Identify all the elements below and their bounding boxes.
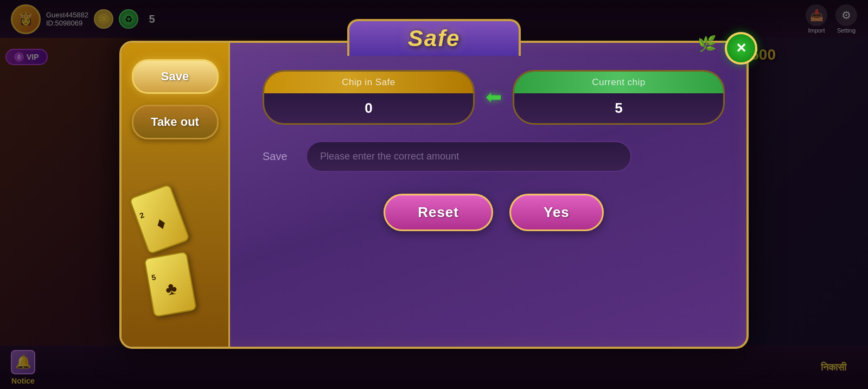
close-button[interactable]: ✕	[725, 32, 757, 65]
save-sidebar-button[interactable]: Save	[132, 59, 219, 94]
chip-row: Chip in Safe 0 ⬅ Current chip 5	[263, 70, 725, 125]
reset-button[interactable]: Reset	[384, 194, 493, 231]
modal-overlay: Safe ✕ 🌿 Save Take out 2 ♦ 5 ♣	[0, 0, 868, 389]
transfer-arrow-icon: ⬅	[486, 86, 502, 109]
safe-modal: Safe ✕ 🌿 Save Take out 2 ♦ 5 ♣	[119, 41, 749, 349]
save-input[interactable]	[306, 141, 631, 172]
take-out-sidebar-button[interactable]: Take out	[132, 105, 219, 139]
current-chip-display: Current chip 5	[513, 70, 725, 125]
modal-title: Safe	[408, 25, 461, 51]
chip-in-safe-label: Chip in Safe	[264, 72, 473, 93]
modal-content: Chip in Safe 0 ⬅ Current chip 5 Save Res…	[230, 43, 746, 347]
chip-in-safe-value: 0	[264, 93, 473, 123]
playing-card-5: 5 ♣	[144, 251, 197, 317]
save-field-label: Save	[263, 150, 295, 163]
yes-button[interactable]: Yes	[509, 194, 604, 231]
chip-in-safe-display: Chip in Safe 0	[263, 70, 475, 125]
action-buttons: Reset Yes	[263, 194, 725, 231]
modal-sidebar: Save Take out 2 ♦ 5 ♣	[122, 43, 230, 347]
playing-card-2: 2 ♦	[129, 183, 190, 254]
current-chip-value: 5	[514, 93, 723, 123]
save-row: Save	[263, 141, 725, 172]
title-decoration: 🌿	[698, 35, 717, 53]
current-chip-label: Current chip	[514, 72, 723, 93]
close-icon: ✕	[736, 41, 746, 56]
